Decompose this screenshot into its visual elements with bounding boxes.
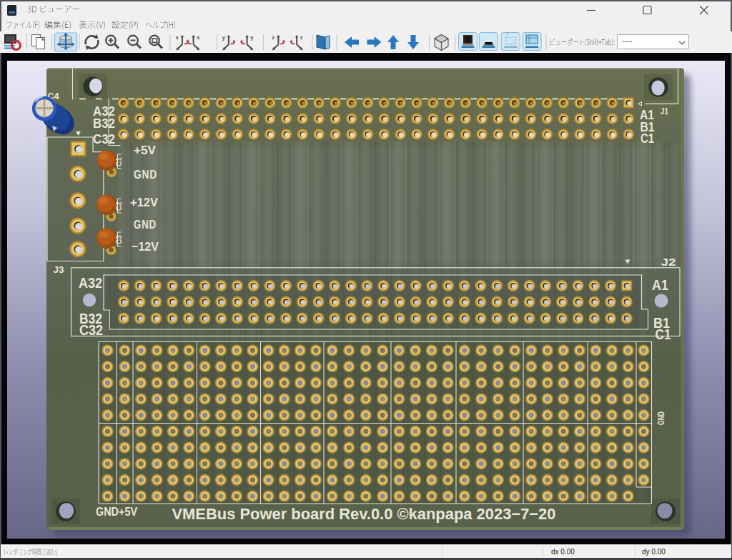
svg-text:z: z: [300, 34, 303, 41]
svg-text:A1: A1: [652, 277, 668, 293]
svg-text:C32: C32: [93, 132, 115, 146]
svg-text:J1: J1: [661, 106, 668, 116]
svg-text:C2: C2: [115, 201, 123, 211]
svg-text:GND+5V: GND+5V: [96, 505, 138, 519]
svg-text:C1: C1: [640, 131, 654, 146]
svg-text:+5V: +5V: [134, 144, 157, 157]
svg-text:VMEBus Power board Rev.0.0 ©ka: VMEBus Power board Rev.0.0 ©kanpapa 2023…: [172, 505, 556, 523]
svg-text:J2: J2: [661, 256, 676, 268]
svg-text:+12V: +12V: [130, 196, 159, 209]
svg-text:C1: C1: [656, 326, 671, 342]
svg-text:C3: C3: [115, 235, 123, 244]
svg-text:C1: C1: [115, 157, 123, 166]
svg-text:?: ?: [506, 31, 509, 36]
svg-text:−12V: −12V: [132, 240, 159, 254]
svg-text:B32: B32: [93, 116, 115, 131]
svg-text:GND: GND: [134, 168, 157, 181]
svg-text:J3: J3: [54, 264, 64, 275]
svg-text:GND: GND: [134, 218, 157, 231]
svg-text:z: z: [272, 34, 274, 41]
svg-text:GND: GND: [656, 411, 666, 425]
svg-text:C32: C32: [79, 322, 103, 338]
svg-text:A32: A32: [79, 275, 102, 291]
